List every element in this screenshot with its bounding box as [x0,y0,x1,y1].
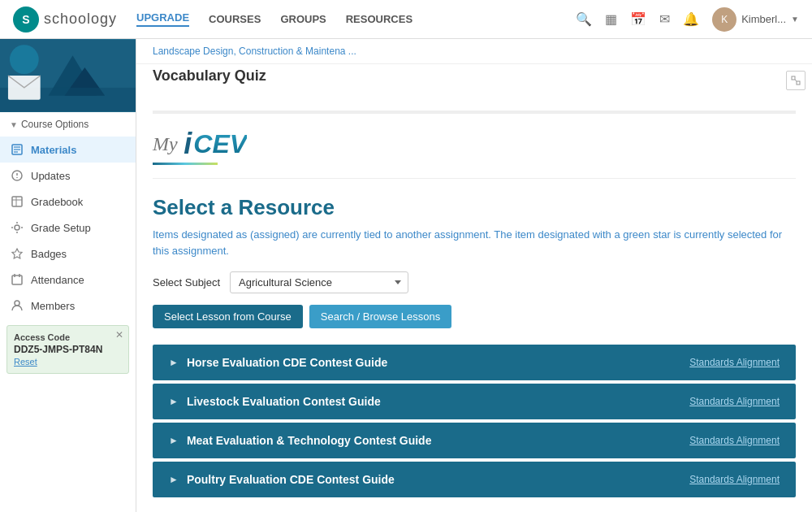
page-title: Vocabulary Quiz [153,67,796,85]
sidebar-item-updates[interactable]: Updates [0,163,136,189]
svg-point-21 [15,301,19,306]
nav-upgrade[interactable]: UPGRADE [136,11,189,27]
calendar-icon[interactable]: 📅 [630,11,646,27]
course-item-left-1: ► Livestock Evaluation Contest Guide [169,395,381,408]
standards-alignment-link-2[interactable]: Standards Alignment [689,435,780,446]
select-resource-title: Select a Resource [153,195,796,220]
svg-line-24 [795,80,797,81]
select-lesson-button[interactable]: Select Lesson from Course [153,305,303,328]
svg-point-1 [10,45,39,74]
course-item-title-3: Poultry Evaluation CDE Contest Guide [187,473,395,486]
access-code-box: ✕ Access Code DDZ5-JMPS-PT84N Reset [6,325,129,374]
sidebar: ▼ Course Options Materials Updates Grade… [0,39,136,512]
sidebar-item-grade-setup[interactable]: Grade Setup [0,215,136,241]
content-area: My i CEV Select a Resource Items designa… [136,94,812,512]
access-code-reset-button[interactable]: Reset [14,357,122,367]
course-list-item-1[interactable]: ► Livestock Evaluation Contest Guide Sta… [153,384,796,419]
course-item-title-1: Livestock Evaluation Contest Guide [187,395,381,408]
user-menu[interactable]: K Kimberl... ▼ [712,7,799,32]
grade-setup-label: Grade Setup [31,222,91,234]
svg-rect-23 [797,81,800,85]
sidebar-item-badges[interactable]: Badges [0,241,136,267]
svg-marker-17 [12,249,22,258]
attendance-icon [10,272,24,287]
browse-lessons-button[interactable]: Search / Browse Lessons [309,305,451,328]
logo[interactable]: S schoology [13,7,117,33]
course-list-item-3[interactable]: ► Poultry Evaluation CDE Contest Guide S… [153,462,796,497]
course-item-title-0: Horse Evaluation CDE Contest Guide [187,356,387,369]
main-layout: ▼ Course Options Materials Updates Grade… [0,39,812,512]
badges-label: Badges [31,248,67,260]
course-banner [0,39,136,112]
course-item-title-2: Meat Evaluation & Technology Contest Gui… [187,434,432,447]
button-row: Select Lesson from Course Search / Brows… [153,305,796,328]
mail-icon[interactable]: ✉ [659,11,670,27]
subject-label: Select Subject [153,276,220,289]
icev-cev-text: CEV [193,129,247,159]
course-item-left-2: ► Meat Evaluation & Technology Contest G… [169,434,431,447]
select-resource-description: Items designated as (assigned) are curre… [153,227,796,258]
access-code-close-button[interactable]: ✕ [115,329,123,341]
sidebar-item-gradebook[interactable]: Gradebook [0,189,136,215]
breadcrumb[interactable]: Landscape Design, Construction & Mainten… [136,39,812,64]
svg-rect-22 [792,76,795,80]
sidebar-item-attendance[interactable]: Attendance [0,267,136,293]
standards-alignment-link-3[interactable]: Standards Alignment [689,474,780,485]
course-options-header[interactable]: ▼ Course Options [0,112,136,137]
search-icon[interactable]: 🔍 [576,11,592,27]
nav-groups[interactable]: GROUPS [280,13,326,25]
sidebar-item-members[interactable]: Members [0,293,136,319]
members-icon [10,298,24,313]
banner-illustration [0,39,136,112]
expand-icon[interactable] [786,71,806,90]
gradebook-label: Gradebook [31,196,83,208]
members-label: Members [31,300,75,312]
access-code-value: DDZ5-JMPS-PT84N [14,344,122,355]
bell-icon[interactable]: 🔔 [683,11,699,27]
icev-my-text: My [153,133,178,155]
attendance-label: Attendance [31,274,84,286]
standards-alignment-link-0[interactable]: Standards Alignment [689,357,780,368]
icev-logo-area: My i CEV [153,127,796,179]
icev-i-text: i [184,127,192,161]
logo-text: schoology [44,11,117,28]
grid-icon[interactable]: ▦ [605,11,617,27]
grade-setup-icon [10,220,24,235]
nav-links: UPGRADE COURSES GROUPS RESOURCES [136,11,576,27]
chevron-right-icon: ► [169,357,179,368]
top-navigation: S schoology UPGRADE COURSES GROUPS RESOU… [0,0,812,39]
course-item-left-0: ► Horse Evaluation CDE Contest Guide [169,356,387,369]
access-code-label: Access Code [14,332,122,342]
updates-icon [10,168,24,183]
username-label: Kimberl... [741,13,786,25]
course-list-item[interactable]: ► Horse Evaluation CDE Contest Guide Sta… [153,345,796,380]
standards-alignment-link-1[interactable]: Standards Alignment [689,396,780,407]
materials-label: Materials [31,144,76,156]
avatar: K [712,7,736,32]
svg-rect-18 [12,276,22,284]
nav-icons: 🔍 ▦ 📅 ✉ 🔔 K Kimberl... ▼ [576,7,799,32]
icev-space [179,138,183,150]
nav-courses[interactable]: COURSES [209,13,261,25]
gradebook-icon [10,194,24,209]
chevron-down-icon: ▼ [791,15,799,24]
sidebar-item-materials[interactable]: Materials [0,137,136,163]
main-content: Landscape Design, Construction & Mainten… [136,39,812,512]
course-list-item-2[interactable]: ► Meat Evaluation & Technology Contest G… [153,423,796,458]
chevron-right-icon-1: ► [169,396,179,407]
chevron-right-icon-2: ► [169,435,179,446]
updates-label: Updates [31,170,70,182]
icev-underline [153,163,218,165]
badges-icon [10,246,24,261]
icev-logo: My i CEV [153,127,796,161]
top-divider [153,111,796,114]
materials-icon [10,142,24,157]
nav-resources[interactable]: RESOURCES [346,13,412,25]
subject-row: Select Subject Agricultural Science [153,271,796,293]
course-options-label: Course Options [21,119,89,130]
subject-select[interactable]: Agricultural Science [230,271,408,293]
svg-rect-13 [12,197,22,206]
svg-point-12 [16,177,18,179]
chevron-right-icon-3: ► [169,474,179,485]
svg-point-16 [15,225,19,230]
